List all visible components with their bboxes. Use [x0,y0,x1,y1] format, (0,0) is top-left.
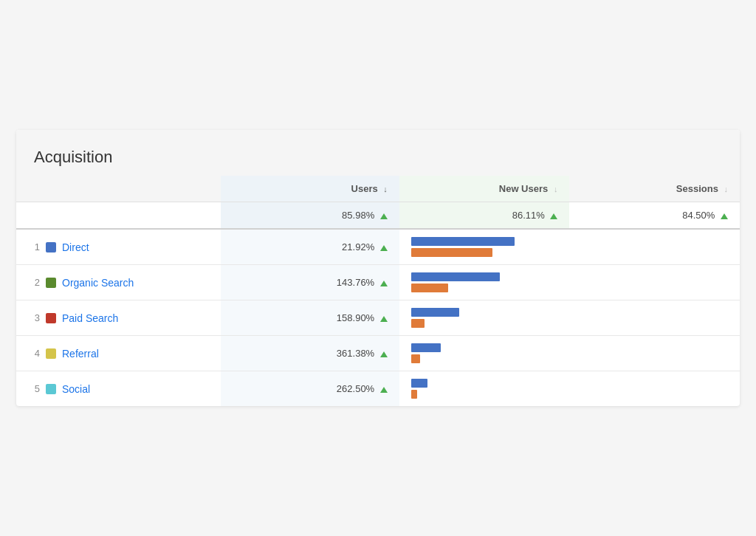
table-row: 5 Social 262.50% [16,371,740,407]
users-pct-cell: 262.50% [221,371,399,407]
channel-link[interactable]: Referral [62,348,99,360]
users-pct-cell: 361.38% [221,336,399,371]
sort-neutral-icon: ↓ [554,185,558,193]
table-row: 4 Referral 361.38% [16,336,740,371]
summary-newusers-cell: 86.11% [399,202,570,230]
col-sessions-header[interactable]: Sessions ↓ [569,176,740,202]
table-row: 2 Organic Search 143.76% [16,265,740,300]
summary-source-cell [16,202,221,230]
chart-cell [399,336,740,371]
bar-orange [411,390,417,399]
channel-link[interactable]: Paid Search [62,312,118,324]
col-newusers-header[interactable]: New Users ↓ [399,176,570,202]
channel-color-dot [46,384,56,394]
summary-row: 85.98% 86.11% 84.50% [16,202,740,230]
table-row: 1 Direct 21.92% [16,229,740,265]
table-row: 3 Paid Search 158.90% [16,300,740,336]
page-title: Acquisition [16,130,740,176]
users-pct-cell: 158.90% [221,300,399,336]
bar-blue [411,308,459,317]
chart-cell [399,229,740,265]
newusers-up-arrow [550,213,557,219]
source-cell-4: 4 Referral [16,336,221,371]
users-pct-cell: 143.76% [221,265,399,300]
channel-link[interactable]: Direct [62,241,89,253]
bar-orange [411,284,448,292]
bar-blue [411,272,500,281]
row-up-arrow [380,387,388,393]
rank-label: 2 [28,277,40,288]
chart-cell [399,371,740,407]
acquisition-card: Acquisition Users ↓ New Users ↓ Sessions [16,130,740,406]
rank-label: 5 [28,383,40,394]
sort-down-icon: ↓ [383,185,388,193]
channel-link[interactable]: Organic Search [62,277,134,289]
bar-group [411,308,728,328]
chart-cell [399,265,740,300]
bar-orange [411,354,420,363]
bar-blue [411,379,427,388]
bar-group [411,343,728,363]
channel-link[interactable]: Social [62,383,90,395]
summary-sessions-cell: 84.50% [569,202,740,230]
users-up-arrow [380,213,388,219]
source-cell-3: 3 Paid Search [16,300,221,336]
source-cell-1: 1 Direct [16,229,221,265]
chart-cell [399,300,740,336]
sessions-up-arrow [721,213,728,219]
sort-neutral-icon-2: ↓ [724,185,729,193]
rank-label: 1 [28,241,40,252]
data-table: Users ↓ New Users ↓ Sessions ↓ [16,176,740,406]
bar-orange [411,248,492,257]
bar-group [411,272,728,292]
channel-color-dot [46,313,56,323]
bar-blue [411,343,441,352]
row-up-arrow [380,281,388,286]
row-up-arrow [380,316,388,322]
summary-users-cell: 85.98% [221,202,399,230]
col-source-header [16,176,221,202]
rank-label: 3 [28,312,40,323]
channel-color-dot [46,348,56,359]
col-users-header[interactable]: Users ↓ [221,176,399,202]
table-header-row: Users ↓ New Users ↓ Sessions ↓ [16,176,740,202]
users-pct-cell: 21.92% [221,229,399,265]
bar-orange [411,319,425,328]
bar-group [411,237,728,257]
bar-blue [411,237,515,246]
channel-color-dot [46,242,56,252]
row-up-arrow [380,245,388,251]
rank-label: 4 [28,348,40,359]
bar-group [411,379,728,399]
source-cell-2: 2 Organic Search [16,265,221,300]
channel-color-dot [46,278,56,288]
source-cell-5: 5 Social [16,371,221,407]
row-up-arrow [380,351,388,357]
